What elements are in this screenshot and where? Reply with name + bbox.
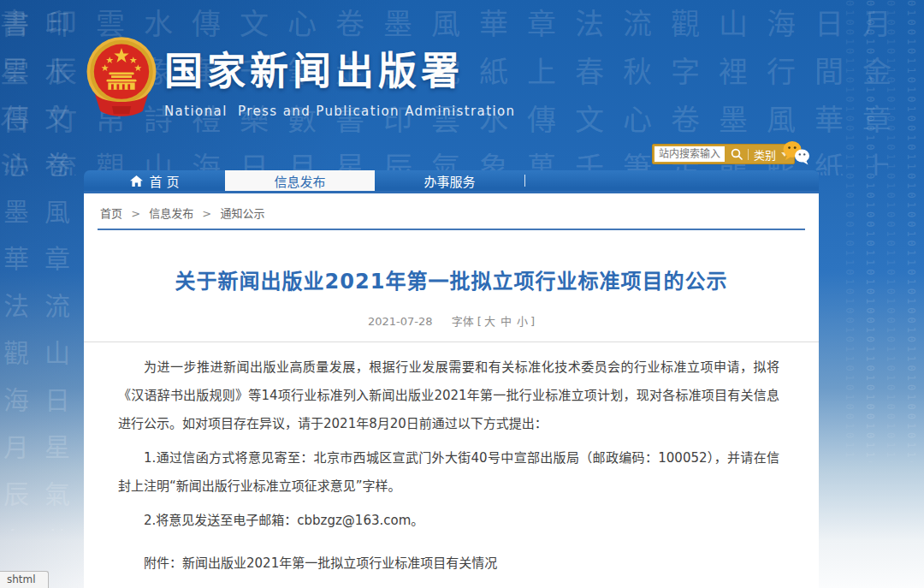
content-area: 首页 > 信息发布 > 通知公示 关于新闻出版业2021年第一批拟立项行业标准项…	[84, 193, 819, 588]
home-icon	[130, 175, 143, 187]
breadcrumb-information[interactable]: 信息发布	[149, 207, 193, 220]
wechat-icon[interactable]	[781, 140, 812, 167]
nav-item-information[interactable]: 信息发布	[225, 170, 375, 191]
breadcrumb-separator: >	[202, 207, 211, 220]
site-search: 类别	[652, 144, 795, 164]
background-pattern-binary: 0100101101010010110101001011010100101101…	[814, 0, 924, 462]
article-paragraph: 为进一步推进新闻出版业高质量发展，根据行业发展需要和有关标准化技术委员会的行业标…	[118, 353, 779, 438]
article-meta: 2021-07-28 字体 [大中小]	[84, 312, 819, 329]
font-size-label: 字体	[452, 315, 474, 328]
search-input[interactable]	[654, 146, 725, 162]
main-navigation: 首 页 信息发布 办事服务	[84, 170, 819, 193]
font-size-large-button[interactable]: 大	[484, 315, 495, 328]
site-title-block: 国家新闻出版署 National Press and Publication A…	[164, 40, 516, 119]
nav-divider	[524, 175, 525, 187]
site-subtitle: National Press and Publication Administr…	[164, 104, 516, 119]
binary-column: 0100101101010010110101001011010100101101…	[864, 0, 876, 462]
nav-item-services[interactable]: 办事服务	[375, 170, 524, 191]
article-title: 关于新闻出版业2021年第一批拟立项行业标准项目的公示	[84, 264, 819, 294]
nav-item-home[interactable]: 首 页	[84, 170, 225, 191]
binary-column: 0100101101010010110101001011010100101101…	[905, 0, 917, 462]
nav-item-label: 办事服务	[424, 172, 475, 190]
bracket: [	[477, 315, 482, 328]
binary-column: 0100101101010010110101001011010100101101…	[885, 0, 897, 462]
nav-item-label: 信息发布	[274, 172, 325, 190]
national-emblem-logo	[82, 35, 161, 121]
breadcrumb-separator: >	[131, 207, 140, 220]
article-body: 为进一步推进新闻出版业高质量发展，根据行业发展需要和有关标准化技术委员会的行业标…	[84, 342, 819, 535]
attachment-link[interactable]: 附件：新闻出版业2021年第一批拟立项行业标准项目有关情况	[144, 555, 497, 571]
font-size-medium-button[interactable]: 中	[500, 315, 512, 328]
attachment-line: 附件：新闻出版业2021年第一批拟立项行业标准项目有关情况	[84, 541, 819, 571]
bracket: ]	[530, 315, 535, 328]
site-title: 国家新闻出版署	[164, 40, 516, 96]
background-pattern-seal-left: 書印雲水傳文心卷墨風華章法流觀山海日月星辰氣象萬千筆走龍蛇紙上春秋字裡行間金石竹…	[3, 0, 89, 531]
search-divider	[748, 149, 749, 160]
search-category-dropdown[interactable]: 类别	[754, 146, 776, 163]
breadcrumb-current: 通知公示	[220, 207, 264, 220]
article-paragraph: 1.通过信函方式将意见寄至：北京市西城区宣武门外大街40号中宣部出版局（邮政编码…	[118, 444, 779, 501]
binary-column: 0100101101010010110101001011010100101101…	[844, 0, 856, 462]
link-status-tooltip: shtml	[0, 571, 49, 588]
breadcrumb: 首页 > 信息发布 > 通知公示	[98, 193, 805, 230]
font-size-small-button[interactable]: 小	[517, 315, 528, 328]
publish-date: 2021-07-28	[368, 315, 433, 328]
main-panel: 首 页 信息发布 办事服务 首页 > 信息发布 > 通知公示 关于新闻出版业20…	[84, 170, 819, 588]
search-icon[interactable]	[731, 148, 743, 160]
article-paragraph: 2.将意见发送至电子邮箱：cbbzgz@163.com。	[118, 507, 779, 535]
breadcrumb-home[interactable]: 首页	[100, 207, 122, 220]
nav-item-label: 首 页	[150, 172, 180, 190]
